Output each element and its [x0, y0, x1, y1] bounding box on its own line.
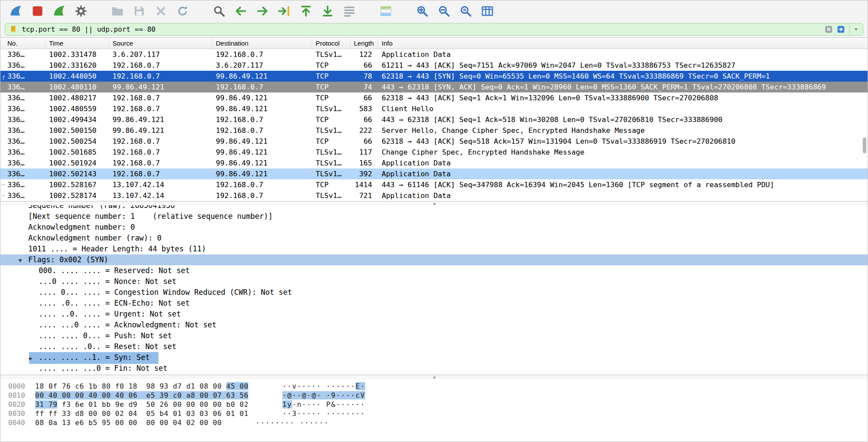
hex-ascii[interactable]: ··v····· ······E· — [282, 382, 365, 390]
packet-row[interactable]: 336…1002.501685192.168.0.799.86.49.121TL… — [0, 147, 868, 158]
packet-row[interactable]: 336…1002.49943499.86.49.121192.168.0.7TC… — [0, 114, 868, 125]
find-packet-icon — [212, 4, 226, 18]
go-first-packet-button[interactable] — [297, 2, 315, 20]
filter-clear-icon[interactable] — [824, 25, 833, 34]
packet-row[interactable]: 336…1002.48011099.86.49.121192.168.0.7TC… — [0, 82, 868, 92]
filter-apply-icon[interactable] — [836, 25, 845, 34]
go-last-packet-icon — [321, 4, 334, 18]
start-capture-button[interactable] — [7, 2, 25, 20]
no-cell: 336… — [0, 82, 46, 92]
detail-line[interactable]: ▶.... .... ..1. = Syn: Set — [0, 352, 868, 363]
toolbar-group — [108, 2, 195, 20]
detail-line[interactable]: .... ...0 .... = Acknowledgment: Not set — [0, 320, 868, 330]
column-header-length[interactable]: Length — [350, 38, 378, 49]
details-bytes-splitter[interactable] — [0, 375, 868, 379]
info-cell: 62318 → 443 [ACK] Seq=1 Ack=1 Win=132096… — [378, 92, 868, 103]
hex-row[interactable]: 002031 79 f3 6e 01 bb 9e d9 50 26 00 00 … — [8, 400, 868, 409]
packet-row[interactable]: 336…1002.501924192.168.0.799.86.49.121TL… — [0, 158, 868, 168]
column-header-destination[interactable]: Destination — [212, 38, 312, 49]
packet-list-header: No.TimeSourceDestinationProtocolLengthIn… — [0, 38, 868, 49]
find-packet-button[interactable] — [210, 2, 228, 20]
list-details-splitter[interactable] — [0, 201, 868, 205]
restart-capture-button[interactable] — [50, 2, 68, 20]
hex-bytes[interactable]: 31 79 f3 6e 01 bb 9e d9 50 26 00 00 00 0… — [35, 400, 248, 409]
packet-row[interactable]: 336…1002.480217192.168.0.799.86.49.121TC… — [0, 92, 868, 103]
detail-line[interactable]: ▼Flags: 0x002 (SYN) — [0, 254, 868, 265]
detail-line[interactable]: .... .... ...0 = Fin: Not set — [0, 363, 868, 374]
packet-row[interactable]: 336…1002.502143192.168.0.799.86.49.121TL… — [0, 168, 868, 179]
column-header-source[interactable]: Source — [109, 38, 212, 49]
filter-dropdown-chevron-icon[interactable] — [849, 25, 859, 34]
hex-bytes[interactable]: 00 40 00 00 40 00 40 06 e5 39 c0 a8 00 0… — [35, 391, 248, 399]
hex-ascii[interactable]: ·@··@·@· ·9····cV — [282, 391, 365, 399]
packet-row[interactable]: 336…1002.331620192.168.0.73.6.207.117TCP… — [0, 60, 868, 71]
go-last-packet-button[interactable] — [318, 2, 337, 20]
detail-line[interactable]: .... 0... .... = Congestion Window Reduc… — [0, 287, 868, 298]
source-cell: 192.168.0.7 — [109, 71, 212, 82]
hex-bytes[interactable]: 08 0a 13 e6 b5 95 00 00 00 00 04 02 00 0… — [35, 419, 222, 427]
hex-ascii[interactable]: ··3····· ········ — [282, 409, 365, 418]
filter-text[interactable]: tcp.port == 80 || udp.port == 80 — [22, 25, 824, 33]
detail-line[interactable]: .... .... .0.. = Reset: Not set — [0, 341, 868, 352]
hex-bytes[interactable]: 18 0f 76 c6 1b 80 f0 18 98 93 d7 d1 08 0… — [35, 382, 248, 390]
destination-cell: 99.86.49.121 — [212, 168, 312, 179]
detail-line[interactable]: Sequence number (raw): 2665041958 — [0, 205, 868, 211]
detail-line[interactable]: Acknowledgment number (raw): 0 — [0, 233, 868, 244]
zoom-reset-button[interactable] — [456, 2, 475, 20]
zoom-out-button[interactable] — [435, 2, 453, 20]
info-cell: 62318 → 443 [ACK] Seq=518 Ack=157 Win=13… — [378, 136, 868, 147]
detail-line[interactable]: ...0 .... .... = Nonce: Not set — [0, 276, 868, 287]
hex-ascii[interactable]: 1y·n···· P&······ — [282, 400, 365, 409]
detail-line[interactable]: [Next sequence number: 1 (relative seque… — [0, 211, 868, 222]
packet-row[interactable]: 336…1002.480559192.168.0.799.86.49.121TL… — [0, 103, 868, 114]
column-header-no[interactable]: No. — [0, 38, 46, 49]
packet-row[interactable]: 336…1002.500254192.168.0.799.86.49.121TC… — [0, 136, 868, 147]
go-forward-button[interactable] — [253, 2, 271, 20]
hex-row[interactable]: 004008 0a 13 e6 b5 95 00 00 00 00 04 02 … — [8, 418, 868, 427]
column-header-time[interactable]: Time — [46, 38, 109, 49]
hex-bytes[interactable]: ff ff 33 d8 00 00 02 04 05 b4 01 03 03 0… — [35, 409, 248, 418]
packet-row[interactable]: ┌336…1002.448050192.168.0.799.86.49.121T… — [0, 71, 868, 82]
column-header-protocol[interactable]: Protocol — [312, 38, 350, 49]
save-capture-file-button[interactable] — [130, 2, 148, 20]
open-capture-file-button[interactable] — [108, 2, 126, 20]
time-cell: 1002.480110 — [46, 82, 109, 92]
capture-options-button[interactable] — [72, 2, 90, 20]
stop-capture-button[interactable] — [28, 2, 46, 20]
go-to-packet-button[interactable] — [275, 2, 293, 20]
main-toolbar — [0, 0, 868, 21]
detail-line[interactable]: Acknowledgment number: 0 — [0, 222, 868, 233]
hex-row[interactable]: 001000 40 00 00 40 00 40 06 e5 39 c0 a8 … — [8, 391, 868, 400]
packet-row[interactable]: 336…1002.50015099.86.49.121192.168.0.7TL… — [0, 125, 868, 136]
close-capture-file-button[interactable] — [152, 2, 170, 20]
detail-line[interactable]: .... ..0. .... = Urgent: Not set — [0, 309, 868, 320]
packet-list-scrollbar[interactable] — [863, 138, 866, 153]
colorize-packets-button[interactable] — [376, 2, 395, 20]
detail-line[interactable]: 1011 .... = Header Length: 44 bytes (11) — [0, 244, 868, 254]
column-header-info[interactable]: Info — [378, 38, 868, 49]
packet-row[interactable]: 336…1002.3314783.6.207.117192.168.0.7TLS… — [0, 49, 868, 60]
hex-row[interactable]: 000018 0f 76 c6 1b 80 f0 18 98 93 d7 d1 … — [8, 382, 868, 391]
detail-text: Acknowledgment number (raw): 0 — [28, 234, 162, 242]
collapse-arrow-icon[interactable]: ▼ — [19, 255, 28, 266]
expand-arrow-icon[interactable]: ▶ — [29, 353, 39, 364]
detail-line[interactable]: .... .... 0... = Push: Not set — [0, 330, 868, 341]
packet-row[interactable]: ╌336…1002.52817413.107.42.14192.168.0.7T… — [0, 190, 868, 201]
resize-columns-button[interactable] — [478, 2, 496, 20]
stop-capture-icon — [31, 4, 44, 18]
filter-bookmark-icon[interactable] — [9, 25, 18, 34]
source-cell: 99.86.49.121 — [109, 125, 212, 136]
detail-line[interactable]: .... .0.. .... = ECN-Echo: Not set — [0, 298, 868, 309]
protocol-cell: TCP — [312, 71, 350, 82]
zoom-in-button[interactable] — [413, 2, 431, 20]
detail-text: .... .... .0.. = Reset: Not set — [39, 342, 176, 351]
packet-row[interactable]: ╌336…1002.52816713.107.42.14192.168.0.7T… — [0, 179, 868, 190]
hex-ascii[interactable]: ········ ······ — [256, 419, 329, 427]
length-cell: 78 — [350, 71, 378, 82]
detail-line[interactable]: 000. .... .... = Reserved: Not set — [0, 265, 868, 276]
reload-capture-file-button[interactable] — [173, 2, 191, 20]
hex-row[interactable]: 0030ff ff 33 d8 00 00 02 04 05 b4 01 03 … — [8, 409, 868, 418]
go-back-button[interactable] — [231, 2, 250, 20]
auto-scroll-button[interactable] — [340, 2, 358, 20]
display-filter-input[interactable]: tcp.port == 80 || udp.port == 80 — [5, 23, 863, 36]
